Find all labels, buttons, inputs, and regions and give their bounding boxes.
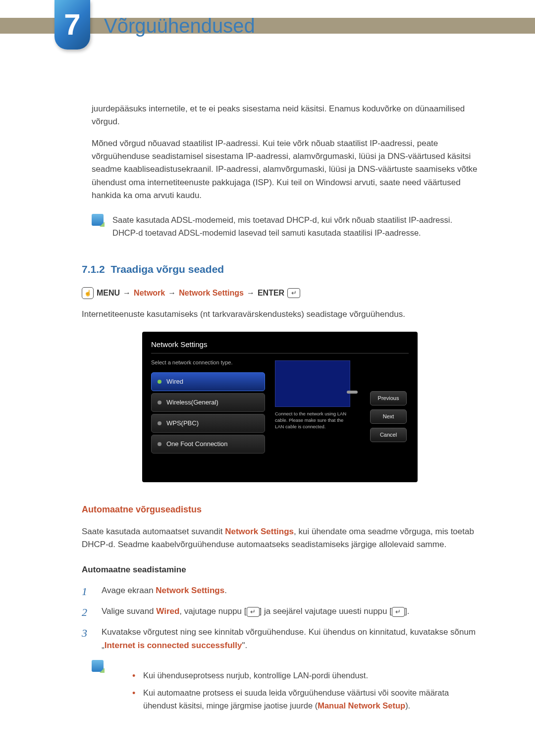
path-network-settings: Network Settings [179,287,244,300]
page-header: 7 Võrguühendused [0,0,535,50]
link-manual-setup: Manual Network Setup [318,701,405,710]
step1-link: Network Settings [156,586,224,595]
osd-option-wired[interactable]: Wired [151,372,265,391]
step2-wired: Wired [156,606,179,616]
step3-msg: Internet is connected successfully [105,641,242,650]
menu-path: ☝ MENU → Network → Network Settings → EN… [82,287,478,300]
intro-paragraph-1: juurdepääsuks internetile, et te ei peak… [92,102,478,129]
step-number-2: 2 [82,604,93,621]
osd-screenshot: Network Settings Select a network connec… [142,332,418,482]
chapter-number-badge: 7 [54,0,90,50]
section-heading-712: 7.1.2 Traadiga võrgu seaded [82,261,478,278]
bullet-2: Kui automaatne protsess ei suuda leida v… [132,687,478,712]
enter-icon: ↵ [287,288,300,298]
path-network: Network [134,287,165,300]
osd-option-wireless[interactable]: Wireless(General) [151,393,265,412]
note-text: Saate kasutada ADSL-modemeid, mis toetav… [112,214,478,239]
path-enter: ENTER [258,287,284,300]
osd-illustration [275,360,350,407]
note-icon [92,214,104,226]
intro-block: juurdepääsuks internetile, et te ei peak… [92,102,478,202]
link-network-settings: Network Settings [225,527,294,536]
step-number-3: 3 [82,625,93,652]
enter-icon: ↵ [247,607,260,617]
auto-heading: Automaatne võrguseadistus [82,503,478,517]
section-title: Traadiga võrgu seaded [110,263,224,275]
note-icon [92,660,104,672]
note-block: Saate kasutada ADSL-modemeid, mis toetav… [92,214,478,239]
step-2: 2 Valige suvand Wired, vajutage nuppu [↵… [82,604,478,621]
path-menu: MENU [97,287,120,300]
auto-paragraph: Saate kasutada automaatset suvandit Netw… [82,525,478,552]
intro-paragraph-2: Mõned võrgud nõuavad staatilist IP-aadre… [92,137,478,202]
osd-option-onefoot[interactable]: One Foot Connection [151,435,265,454]
osd-title: Network Settings [151,339,409,350]
osd-previous-button[interactable]: Previous [370,391,407,405]
enter-icon: ↵ [392,607,405,617]
osd-cancel-button[interactable]: Cancel [370,428,407,442]
note-block-2: Kui ühenduseprotsess nurjub, kontrollige… [92,660,478,725]
section-number: 7.1.2 [82,263,105,275]
osd-option-wps[interactable]: WPS(PBC) [151,414,265,433]
page-body: juurdepääsuks internetile, et te ei peak… [0,50,535,755]
section-intro: Internetiteenuste kasutamiseks (nt tarkv… [82,308,478,321]
auto-sub-heading: Automaatne seadistamine [82,563,478,576]
osd-next-button[interactable]: Next [370,409,407,424]
bullet-1: Kui ühenduseprotsess nurjub, kontrollige… [132,669,478,682]
step-number-1: 1 [82,583,93,600]
osd-help-text: Connect to the network using LAN cable. … [275,411,349,430]
osd-options: Wired Wireless(General) WPS(PBC) One Foo… [151,372,265,454]
chapter-title: Võrguühendused [104,15,255,37]
remote-menu-icon: ☝ [82,287,94,299]
note-bullets: Kui ühenduseprotsess nurjub, kontrollige… [112,668,478,717]
step-1: 1 Avage ekraan Network Settings. [82,583,478,600]
step-3: 3 Kuvatakse võrgutest ning see kinnitab … [82,625,478,652]
